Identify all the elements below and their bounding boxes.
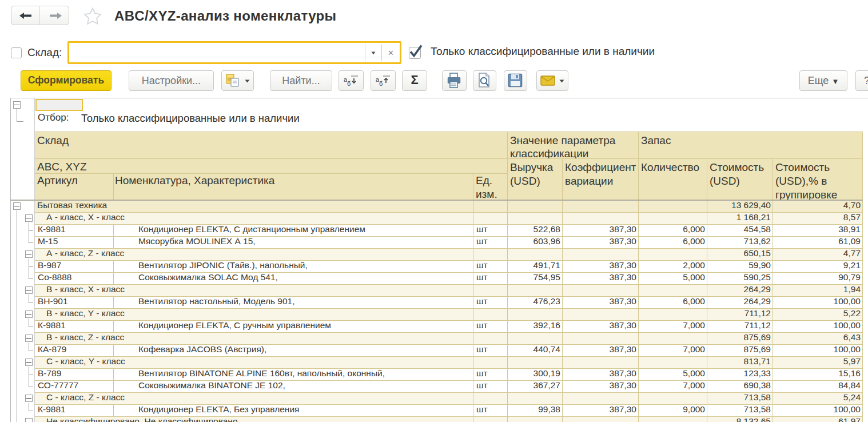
- svg-text:б: б: [347, 80, 351, 87]
- svg-text:б: б: [379, 80, 383, 87]
